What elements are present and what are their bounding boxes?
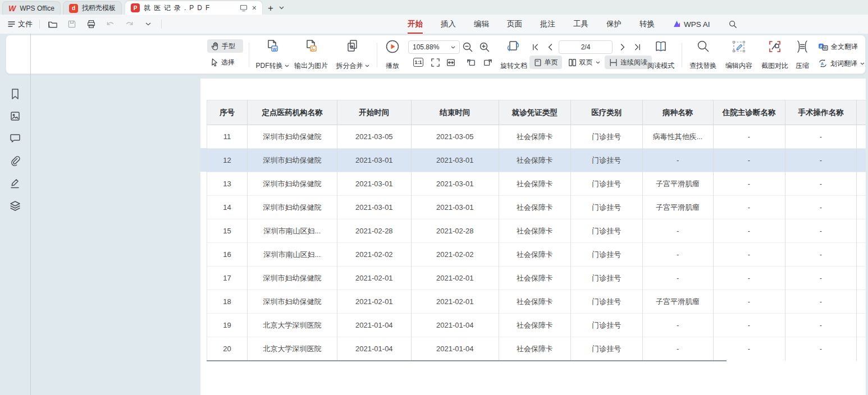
tab-list-chevron-icon[interactable]	[279, 6, 284, 10]
table-cell: -	[642, 314, 713, 337]
save-icon[interactable]	[66, 18, 78, 30]
new-tab-icon[interactable]: +	[268, 3, 273, 13]
print-icon[interactable]	[85, 18, 97, 30]
comment-icon[interactable]	[10, 133, 22, 145]
page-indicator-input[interactable]: 2/4	[559, 40, 613, 54]
menu-edit[interactable]: 编辑	[474, 19, 489, 29]
fit-page-button[interactable]	[428, 56, 442, 68]
pdf-convert-button[interactable]: W PDF转换	[252, 38, 293, 72]
compress-button[interactable]: 压缩	[789, 38, 816, 72]
menu-annotate[interactable]: 批注	[540, 19, 555, 29]
layers-icon[interactable]	[10, 200, 22, 213]
double-page-button[interactable]: 双页	[565, 56, 602, 69]
actual-size-button[interactable]: 1:1	[412, 56, 425, 68]
menu-home[interactable]: 开始	[408, 19, 423, 29]
first-page-button[interactable]	[528, 41, 542, 53]
zoom-in-button[interactable]	[478, 40, 491, 54]
split-merge-button[interactable]: 拆分合并	[332, 38, 373, 72]
table-cell: -	[642, 337, 713, 361]
previous-page-button[interactable]	[543, 41, 556, 53]
svg-text:A: A	[820, 44, 823, 48]
table-cell: 16	[207, 243, 248, 267]
split-merge-icon	[346, 39, 359, 54]
table-row: 12 深圳市妇幼保健院 2021-03-01 2021-03-01 社会保障卡 …	[207, 149, 866, 172]
table-cell: 社会保障卡	[499, 267, 570, 290]
menu-convert[interactable]: 转换	[639, 19, 655, 29]
output-as-image-button[interactable]: 输出为图片	[290, 38, 332, 72]
tab-docer-templates[interactable]: d 找稻壳模板	[63, 1, 122, 15]
search-icon[interactable]	[728, 20, 737, 29]
play-label: 播放	[386, 61, 399, 71]
menu-protect[interactable]: 保护	[606, 19, 622, 29]
table-cell: -	[642, 149, 713, 172]
table-cell: 社会保障卡	[499, 290, 570, 314]
fit-width-button[interactable]	[444, 56, 458, 68]
window-tab-bar: W WPS Office d 找稻壳模板 P 就医记录.PDF × +	[0, 0, 868, 15]
table-cell-extra	[857, 172, 866, 196]
table-cell: 2021-02-01	[337, 290, 411, 314]
present-screen-icon[interactable]	[240, 4, 248, 12]
zoom-level-value: 105.88%	[413, 43, 439, 51]
table-cell: 深圳市妇幼保健院	[247, 290, 337, 314]
table-cell: 2021-02-01	[411, 290, 499, 314]
table-cell: 门诊挂号	[570, 337, 642, 361]
fit-width-icon	[446, 58, 456, 67]
table-cell: 子宫平滑肌瘤	[642, 196, 713, 219]
quickbar-chevron-icon[interactable]	[142, 18, 154, 30]
zoom-level-dropdown[interactable]: 105.88%	[408, 40, 460, 54]
divider	[161, 20, 162, 29]
select-tool-button[interactable]: 选择	[207, 56, 243, 69]
wps-ai-logo-icon	[673, 20, 681, 28]
menu-page[interactable]: 页面	[507, 19, 522, 29]
table-cell: 社会保障卡	[499, 219, 570, 243]
single-page-button[interactable]: 单页	[529, 56, 562, 69]
close-icon[interactable]: ×	[252, 4, 257, 12]
file-menu[interactable]: 文件	[8, 19, 33, 29]
table-cell: 2021-03-01	[411, 172, 499, 196]
rotate-left-button[interactable]	[464, 56, 478, 68]
table-row: 14 深圳市妇幼保健院 2021-03-01 2021-03-01 社会保障卡 …	[207, 196, 866, 219]
menu-wps-ai[interactable]: WPS AI	[673, 20, 710, 29]
header-end-time: 结束时间	[411, 100, 499, 125]
find-replace-button[interactable]: 查找替换	[684, 38, 721, 72]
attachment-icon[interactable]	[10, 155, 22, 168]
signature-icon[interactable]	[10, 178, 22, 190]
hand-tool-button[interactable]: 手型	[207, 39, 243, 53]
svg-text:A: A	[821, 61, 824, 66]
reading-mode-button[interactable]: 阅读模式	[643, 38, 678, 72]
redo-icon[interactable]	[123, 18, 135, 30]
last-page-button[interactable]	[631, 41, 644, 53]
table-cell: -	[713, 314, 785, 337]
divider	[682, 43, 682, 67]
pdf-file-icon: P	[131, 3, 140, 12]
table-cell-extra	[857, 125, 866, 149]
screenshot-compare-button[interactable]: 截图对比	[756, 38, 793, 72]
reading-mode-icon	[654, 39, 668, 54]
table-cell: -	[642, 267, 713, 290]
next-page-button[interactable]	[616, 41, 629, 53]
next-page-icon	[620, 44, 625, 50]
continuous-reading-icon	[609, 58, 618, 67]
menu-insert[interactable]: 插入	[441, 19, 456, 29]
chevron-down-icon	[596, 61, 600, 64]
play-button[interactable]: 播放	[378, 38, 407, 72]
edit-content-button[interactable]: 编辑内容	[720, 38, 757, 72]
undo-icon[interactable]	[104, 18, 116, 30]
bookmark-icon[interactable]	[10, 88, 22, 100]
table-cell: 病毒性其他疾...	[642, 125, 713, 149]
thumbnail-icon[interactable]	[10, 111, 22, 123]
rotate-document-button[interactable]: 旋转文档	[495, 38, 533, 72]
table-cell-extra	[857, 149, 866, 172]
table-cell: -	[713, 125, 785, 149]
table-cell-extra	[857, 243, 866, 267]
table-cell: 子宫平滑肌瘤	[642, 172, 713, 196]
menu-tools[interactable]: 工具	[573, 19, 588, 29]
zoom-out-button[interactable]	[461, 40, 474, 54]
open-folder-icon[interactable]	[47, 18, 59, 30]
tab-wps-office[interactable]: W WPS Office	[2, 1, 61, 15]
table-cell: 2021-03-01	[337, 149, 411, 172]
word-translate-button[interactable]: A 划词翻译	[818, 56, 865, 71]
rotate-right-button[interactable]	[481, 56, 495, 68]
full-translate-button[interactable]: A 全文翻译	[818, 39, 865, 54]
tab-document-pdf[interactable]: P 就医记录.PDF ×	[125, 1, 262, 15]
